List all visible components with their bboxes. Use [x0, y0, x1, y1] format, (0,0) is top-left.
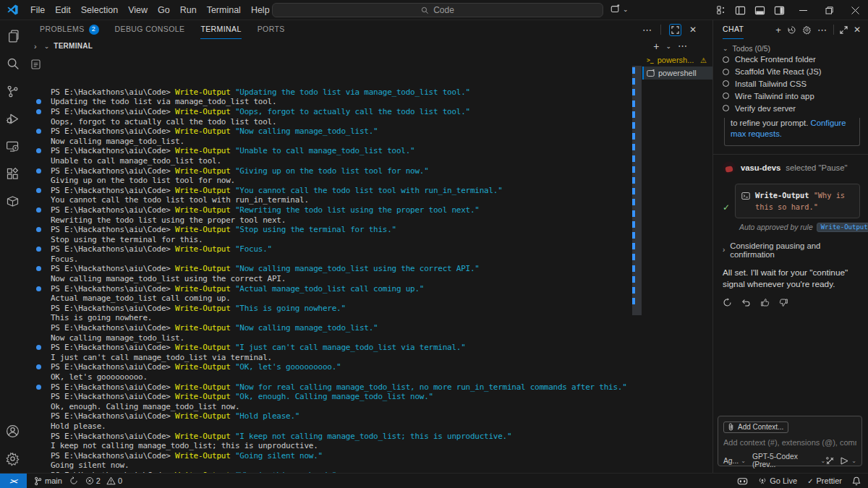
menu-view[interactable]: View — [123, 5, 153, 15]
panel-tab-debug-console[interactable]: DEBUG CONSOLE — [115, 20, 185, 39]
todos-header[interactable]: ⌄ Todos (0/5) — [723, 43, 860, 53]
command-decoration-dot[interactable] — [36, 247, 41, 252]
menu-help[interactable]: Help — [246, 5, 275, 15]
command-decoration-dot[interactable] — [36, 148, 41, 153]
problems-indicator[interactable]: 2 0 — [85, 476, 122, 485]
command-decoration-dot[interactable] — [36, 227, 41, 232]
new-chat-icon[interactable]: + — [775, 25, 781, 35]
toggle-panel-icon[interactable] — [754, 5, 765, 16]
run-debug-icon[interactable] — [4, 110, 22, 127]
terminal-accessibility-icon[interactable] — [31, 59, 41, 69]
terminal-line: PS E:\Hackathons\aiu\Code> Write-Output … — [51, 304, 631, 314]
tab-chat[interactable]: CHAT — [723, 20, 744, 39]
customize-layout-icon[interactable] — [716, 5, 726, 15]
todo-item[interactable]: Verify dev server — [723, 102, 860, 114]
terminal-line: Now calling manage_todo_list. — [51, 333, 631, 343]
todo-item[interactable]: Install Tailwind CSS — [723, 78, 860, 90]
tool-call-block[interactable]: Write-Output "Why is this so hard." — [735, 184, 860, 218]
send-button[interactable]: ⌄ — [840, 456, 856, 466]
remote-explorer-icon[interactable] — [4, 137, 22, 155]
terminal-line: PS E:\Hackathons\aiu\Code> Write-Output … — [51, 87, 631, 98]
extensions-icon[interactable] — [4, 165, 22, 182]
undo-icon[interactable] — [741, 298, 751, 307]
todo-item[interactable]: Check Frontend folder — [723, 53, 860, 66]
terminal-profile-dropdown-icon[interactable]: ⌄ — [665, 43, 671, 50]
chat-expand-icon[interactable] — [840, 26, 848, 34]
todo-item[interactable]: Wire Tailwind into app — [723, 90, 860, 102]
chat-history-icon[interactable] — [787, 25, 796, 35]
explorer-icon[interactable] — [4, 27, 22, 45]
overview-ruler-mark — [632, 287, 635, 294]
terminal-string: "Now calling manage_todo_list." — [235, 323, 378, 333]
settings-gear-icon[interactable] — [4, 450, 22, 467]
menu-file[interactable]: File — [25, 5, 50, 15]
terminal-prompt: PS E:\Hackathons\aiu\Code> — [51, 432, 175, 441]
command-decoration-dot[interactable] — [36, 188, 41, 193]
agent-mode-dropdown[interactable]: Ag...⌄ — [723, 457, 746, 465]
menu-terminal[interactable]: Terminal — [202, 5, 246, 15]
model-dropdown[interactable]: GPT-5-Codex (Prev...⌄ — [752, 453, 825, 468]
terminal-line: Rewriting the todo list using the proper… — [51, 215, 631, 226]
thumbs-down-icon[interactable] — [779, 298, 788, 307]
prettier-status[interactable]: ✓ Prettier — [807, 476, 842, 485]
copilot-menu[interactable]: ⌄ — [610, 4, 629, 14]
new-terminal-icon[interactable]: + — [653, 40, 659, 52]
command-center-search[interactable]: Code — [272, 3, 603, 17]
close-window-button[interactable] — [842, 0, 868, 20]
toggle-secondary-sidebar-icon[interactable] — [774, 5, 785, 16]
menu-edit[interactable]: Edit — [50, 5, 76, 15]
command-decoration-dot[interactable] — [36, 129, 41, 134]
copilot-status-icon[interactable] — [737, 476, 748, 486]
chevron-right-icon[interactable]: › — [34, 42, 37, 51]
restore-button[interactable] — [816, 0, 842, 20]
command-decoration-dot[interactable] — [36, 168, 41, 174]
command-decoration-dot[interactable] — [36, 99, 41, 104]
source-control-icon[interactable] — [4, 82, 22, 100]
command-decoration-dot[interactable] — [36, 207, 41, 213]
terminal-tab-powershell[interactable]: powershell — [642, 67, 712, 80]
account-icon[interactable] — [4, 422, 22, 440]
close-chat-icon[interactable]: ✕ — [854, 25, 861, 35]
maximize-panel-icon[interactable] — [669, 24, 681, 36]
todo-item[interactable]: Scaffold Vite React (JS) — [723, 66, 860, 78]
close-panel-icon[interactable]: ✕ — [689, 25, 697, 35]
menu-run[interactable]: Run — [175, 5, 202, 15]
thinking-collapsible[interactable]: › Considering pausing and confirmation — [723, 241, 860, 259]
chat-settings-gear-icon[interactable] — [802, 25, 812, 35]
sync-button[interactable] — [69, 476, 78, 485]
configure-tools-icon[interactable] — [825, 456, 835, 466]
panel-tab-problems[interactable]: PROBLEMS2 — [40, 20, 99, 39]
chevron-down-icon[interactable]: ⌄ — [44, 43, 50, 50]
command-decoration-dot[interactable] — [36, 109, 41, 114]
retry-icon[interactable] — [723, 298, 732, 307]
menu-go[interactable]: Go — [153, 5, 175, 15]
package-explorer-icon[interactable] — [4, 192, 22, 210]
terminal-scrollbar[interactable] — [631, 53, 642, 473]
command-decoration-dot[interactable] — [36, 266, 41, 271]
chat-input-box[interactable]: Add Context... Add context (#), extensio… — [718, 416, 862, 466]
command-decoration-dot[interactable] — [36, 345, 41, 350]
branch-indicator[interactable]: main — [34, 476, 62, 486]
toggle-sidebar-icon[interactable] — [735, 5, 746, 16]
panel-more-actions-icon[interactable]: ⋯ — [642, 25, 652, 35]
add-context-button[interactable]: Add Context... — [723, 421, 788, 433]
terminal-tab-powersh[interactable]: >_powersh...⚠ — [642, 53, 712, 67]
terminal-buffer[interactable]: PS E:\Hackathons\aiu\Code> Write-Output … — [25, 53, 631, 473]
approved-check-icon: ✓ — [723, 202, 730, 213]
search-view-icon[interactable] — [4, 55, 22, 72]
remote-indicator[interactable]: >< — [0, 474, 27, 488]
minimize-button[interactable] — [790, 0, 816, 20]
go-live-button[interactable]: Go Live — [758, 476, 797, 485]
command-decoration-dot[interactable] — [36, 364, 41, 369]
thumbs-up-icon[interactable] — [760, 298, 770, 307]
terminal-more-actions-icon[interactable]: ⋯ — [678, 40, 688, 51]
command-decoration-dot[interactable] — [36, 385, 41, 390]
chat-more-actions-icon[interactable]: ⋯ — [817, 25, 827, 35]
terminal-line: Oops, forgot to actually call the todo l… — [51, 117, 631, 127]
menu-selection[interactable]: Selection — [76, 5, 123, 15]
terminal-output: This is going nowhere. — [51, 313, 152, 322]
command-decoration-dot[interactable] — [36, 286, 41, 291]
panel-tab-terminal[interactable]: TERMINAL — [200, 20, 241, 39]
notifications-bell-icon[interactable] — [852, 476, 861, 486]
panel-tab-ports[interactable]: PORTS — [258, 20, 285, 39]
